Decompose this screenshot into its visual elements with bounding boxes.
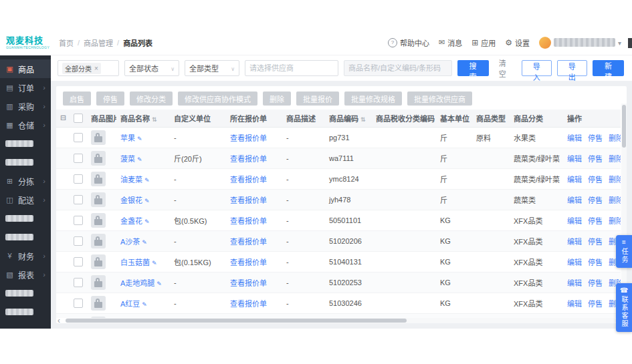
breadcrumb-section[interactable]: 商品管理 bbox=[84, 37, 113, 48]
edit-name-icon[interactable] bbox=[150, 258, 157, 266]
sort-icon[interactable] bbox=[358, 115, 366, 123]
batch-action-button[interactable]: 修改分类 bbox=[130, 92, 173, 106]
sidebar-item-redacted[interactable] bbox=[0, 209, 51, 228]
apps-button[interactable]: 应用 bbox=[471, 37, 496, 48]
product-name-link[interactable]: 苹果 bbox=[120, 134, 135, 142]
edit-name-icon[interactable] bbox=[135, 134, 142, 142]
view-quotation-link[interactable]: 查看报价单 bbox=[230, 176, 267, 184]
row-stop-sale-link[interactable]: 停售 bbox=[588, 134, 603, 142]
row-stop-sale-link[interactable]: 停售 bbox=[588, 258, 603, 266]
export-button[interactable]: 导出 bbox=[557, 60, 587, 76]
user-menu[interactable] bbox=[539, 37, 621, 49]
view-quotation-link[interactable]: 查看报价单 bbox=[230, 196, 267, 204]
type-filter-select[interactable]: 全部类型 bbox=[185, 60, 239, 76]
clear-button[interactable]: 清空 bbox=[494, 57, 511, 79]
row-edit-link[interactable]: 编辑 bbox=[567, 176, 582, 184]
product-name-link[interactable]: 金银花 bbox=[120, 196, 142, 204]
sidebar-item-redacted[interactable] bbox=[0, 153, 51, 172]
edit-name-icon[interactable] bbox=[142, 217, 150, 225]
supplier-input[interactable] bbox=[245, 60, 338, 76]
row-stop-sale-link[interactable]: 停售 bbox=[588, 279, 603, 287]
row-edit-link[interactable]: 编辑 bbox=[567, 196, 582, 204]
view-quotation-link[interactable]: 查看报价单 bbox=[230, 258, 267, 266]
row-checkbox[interactable] bbox=[74, 174, 83, 184]
keyword-input[interactable] bbox=[344, 60, 452, 76]
batch-action-button[interactable]: 批量修改规格 bbox=[344, 92, 402, 106]
remove-tag-icon[interactable] bbox=[94, 65, 98, 72]
view-quotation-link[interactable]: 查看报价单 bbox=[230, 279, 267, 287]
row-stop-sale-link[interactable]: 停售 bbox=[588, 196, 603, 204]
batch-action-button[interactable]: 批量修改供应商 bbox=[407, 92, 472, 106]
product-name-link[interactable]: 白玉菇菌 bbox=[120, 258, 150, 266]
sidebar-item-finance[interactable]: 财务 bbox=[0, 246, 51, 265]
row-checkbox[interactable] bbox=[74, 154, 83, 163]
row-stop-sale-link[interactable]: 停售 bbox=[588, 300, 603, 308]
row-checkbox[interactable] bbox=[74, 278, 83, 287]
batch-action-button[interactable]: 停售 bbox=[96, 92, 124, 106]
settings-button[interactable]: 设置 bbox=[505, 37, 530, 48]
row-stop-sale-link[interactable]: 停售 bbox=[588, 155, 603, 163]
row-delete-link[interactable]: 删除 bbox=[609, 176, 621, 184]
view-quotation-link[interactable]: 查看报价单 bbox=[230, 300, 267, 308]
product-name-link[interactable]: 菠菜 bbox=[120, 155, 135, 163]
product-name-link[interactable]: A沙茶 bbox=[120, 238, 140, 246]
import-button[interactable]: 导入 bbox=[522, 60, 552, 76]
create-button[interactable]: 新建 bbox=[593, 60, 624, 76]
product-name-link[interactable]: 金盏花 bbox=[120, 217, 142, 225]
vertical-scrollbar-thumb[interactable] bbox=[622, 105, 626, 148]
sidebar-item-redacted[interactable] bbox=[0, 228, 51, 246]
row-edit-link[interactable]: 编辑 bbox=[567, 134, 582, 142]
edit-name-icon[interactable] bbox=[140, 300, 147, 308]
row-checkbox[interactable] bbox=[74, 133, 83, 142]
edit-name-icon[interactable] bbox=[142, 176, 150, 184]
sidebar-item-orders[interactable]: 订单 bbox=[0, 78, 51, 97]
status-filter-select[interactable]: 全部状态 bbox=[124, 60, 179, 76]
edit-name-icon[interactable] bbox=[154, 279, 162, 287]
batch-action-button[interactable]: 删除 bbox=[263, 92, 291, 106]
view-quotation-link[interactable]: 查看报价单 bbox=[230, 134, 267, 142]
sidebar-item-purchase[interactable]: 采购 bbox=[0, 97, 51, 116]
sidebar-item-sorting[interactable]: 分拣 bbox=[0, 172, 51, 190]
row-stop-sale-link[interactable]: 停售 bbox=[588, 217, 603, 225]
edit-name-icon[interactable] bbox=[140, 238, 147, 246]
sidebar-item-redacted[interactable] bbox=[0, 303, 51, 321]
edit-name-icon[interactable] bbox=[142, 196, 150, 204]
row-edit-link[interactable]: 编辑 bbox=[567, 155, 582, 163]
row-edit-link[interactable]: 编辑 bbox=[567, 279, 582, 287]
sidebar-item-redacted[interactable] bbox=[0, 134, 51, 153]
brand-logo[interactable]: 观麦科技 GUANMAITECHNOLOGY bbox=[0, 36, 51, 49]
batch-action-button[interactable]: 修改供应商协作模式 bbox=[178, 92, 257, 106]
row-checkbox[interactable] bbox=[74, 236, 83, 246]
row-checkbox[interactable] bbox=[74, 257, 83, 266]
row-checkbox[interactable] bbox=[74, 299, 83, 308]
row-edit-link[interactable]: 编辑 bbox=[567, 238, 582, 246]
row-stop-sale-link[interactable]: 停售 bbox=[588, 176, 603, 184]
column-settings-icon[interactable] bbox=[60, 114, 66, 122]
row-delete-link[interactable]: 删除 bbox=[609, 155, 621, 163]
breadcrumb-home[interactable]: 首页 bbox=[59, 37, 74, 48]
row-checkbox[interactable] bbox=[74, 195, 83, 204]
view-quotation-link[interactable]: 查看报价单 bbox=[230, 217, 267, 225]
horizontal-scrollbar[interactable] bbox=[66, 318, 616, 323]
batch-action-button[interactable]: 启售 bbox=[63, 92, 91, 106]
product-name-link[interactable]: 油麦菜 bbox=[120, 176, 142, 184]
edit-name-icon[interactable] bbox=[135, 155, 142, 163]
horizontal-scrollbar-thumb[interactable] bbox=[66, 319, 407, 323]
search-button[interactable]: 搜索 bbox=[457, 60, 489, 76]
help-center-button[interactable]: 帮助中心 bbox=[388, 37, 429, 48]
row-delete-link[interactable]: 删除 bbox=[609, 217, 621, 225]
select-all-checkbox[interactable] bbox=[74, 114, 83, 123]
sidebar-item-warehouse[interactable]: 仓储 bbox=[0, 116, 51, 134]
avatar[interactable] bbox=[539, 37, 551, 49]
product-name-link[interactable]: A走地鸡腿 bbox=[120, 279, 154, 287]
row-edit-link[interactable]: 编辑 bbox=[567, 300, 582, 308]
scroll-left-arrow[interactable]: ‹ bbox=[58, 316, 60, 323]
row-delete-link[interactable]: 删除 bbox=[609, 196, 621, 204]
view-quotation-link[interactable]: 查看报价单 bbox=[230, 155, 267, 163]
row-edit-link[interactable]: 编辑 bbox=[567, 217, 582, 225]
row-edit-link[interactable]: 编辑 bbox=[567, 258, 582, 266]
view-quotation-link[interactable]: 查看报价单 bbox=[230, 238, 267, 246]
page-scrollbar-thumb[interactable] bbox=[628, 38, 632, 48]
sidebar-item-reports[interactable]: 报表 bbox=[0, 265, 51, 284]
row-delete-link[interactable]: 删除 bbox=[609, 134, 621, 142]
